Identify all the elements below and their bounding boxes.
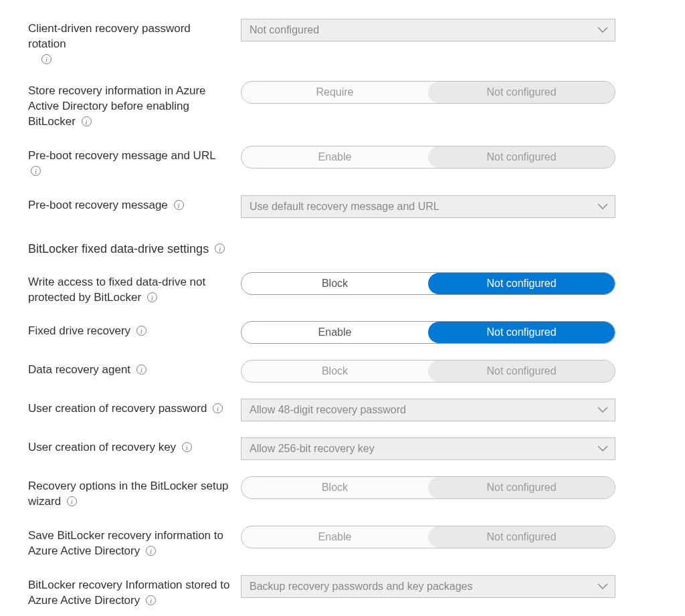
select-client-rotation[interactable]: Not configured — [241, 19, 615, 41]
label-recovery-options-wizard: Recovery options in the BitLocker setup … — [28, 476, 241, 510]
info-icon[interactable] — [31, 166, 41, 176]
label-text: Write access to fixed data-drive not pro… — [28, 276, 205, 304]
label-data-recovery-agent: Data recovery agent — [28, 360, 241, 378]
info-icon[interactable] — [182, 442, 192, 452]
label-text: User creation of recovery key — [28, 441, 176, 453]
select-preboot-msg[interactable]: Use default recovery message and URL — [241, 195, 615, 218]
toggle-option-not-configured[interactable]: Not configured — [428, 361, 615, 382]
section-header-text: BitLocker fixed data-drive settings — [28, 242, 209, 255]
label-user-recovery-key: User creation of recovery key — [28, 437, 241, 455]
chevron-down-icon — [597, 203, 608, 210]
select-value: Backup recovery passwords and key packag… — [250, 581, 473, 593]
label-preboot-msg: Pre-boot recovery message — [28, 195, 241, 213]
toggle-option-require[interactable]: Require — [241, 82, 428, 103]
info-icon[interactable] — [146, 546, 156, 556]
label-user-recovery-password: User creation of recovery password — [28, 399, 241, 417]
label-text: BitLocker recovery Information stored to… — [28, 579, 229, 607]
info-icon[interactable] — [136, 365, 146, 375]
label-text: Fixed drive recovery — [28, 324, 130, 337]
row-user-recovery-key: User creation of recovery key Allow 256-… — [28, 437, 657, 460]
label-text: User creation of recovery password — [28, 402, 207, 415]
select-value: Use default recovery message and URL — [250, 201, 439, 213]
label-text: Save BitLocker recovery information to A… — [28, 529, 223, 557]
label-store-aad-before-1: Store recovery information in Azure Acti… — [28, 81, 241, 130]
row-preboot-msg-url: Pre-boot recovery message and URL Enable… — [28, 146, 657, 179]
info-icon[interactable] — [147, 292, 157, 302]
row-fixed-recovery: Fixed drive recovery Enable Not configur… — [28, 321, 657, 344]
toggle-fixed-recovery[interactable]: Enable Not configured — [241, 321, 615, 344]
toggle-option-not-configured[interactable]: Not configured — [428, 526, 615, 548]
row-save-to-aad: Save BitLocker recovery information to A… — [28, 526, 657, 559]
select-info-stored-aad[interactable]: Backup recovery passwords and key packag… — [241, 575, 615, 598]
toggle-option-block[interactable]: Block — [241, 273, 428, 294]
label-text: Pre-boot recovery message — [28, 199, 168, 211]
toggle-option-not-configured[interactable]: Not configured — [428, 146, 615, 168]
label-text: Pre-boot recovery message and URL — [28, 149, 215, 162]
toggle-preboot-msg-url[interactable]: Enable Not configured — [241, 146, 615, 169]
row-client-rotation: Client-driven recovery password rotation… — [28, 19, 657, 65]
toggle-option-enable[interactable]: Enable — [241, 146, 428, 168]
chevron-down-icon — [597, 445, 608, 452]
info-icon[interactable] — [41, 54, 52, 64]
row-recovery-options-wizard: Recovery options in the BitLocker setup … — [28, 476, 657, 510]
select-value: Allow 256-bit recovery key — [250, 443, 375, 455]
select-value: Not configured — [250, 24, 319, 36]
toggle-option-enable[interactable]: Enable — [241, 322, 428, 343]
chevron-down-icon — [597, 407, 608, 413]
info-icon[interactable] — [146, 595, 156, 605]
row-store-aad-before-1: Store recovery information in Azure Acti… — [28, 81, 657, 130]
toggle-fixed-write-access[interactable]: Block Not configured — [241, 272, 615, 295]
select-value: Allow 48-digit recovery password — [250, 404, 406, 416]
select-user-recovery-password[interactable]: Allow 48-digit recovery password — [241, 399, 615, 421]
section-header-fixed-drive: BitLocker fixed data-drive settings — [28, 242, 657, 256]
toggle-recovery-options-wizard[interactable]: Block Not configured — [241, 476, 615, 499]
label-preboot-msg-url: Pre-boot recovery message and URL — [28, 146, 241, 179]
toggle-store-aad-before-1[interactable]: Require Not configured — [241, 81, 615, 104]
toggle-option-not-configured[interactable]: Not configured — [428, 477, 615, 498]
row-fixed-write-access: Write access to fixed data-drive not pro… — [28, 272, 657, 306]
toggle-option-not-configured[interactable]: Not configured — [428, 322, 615, 343]
toggle-option-not-configured[interactable]: Not configured — [428, 82, 615, 103]
info-icon[interactable] — [67, 496, 77, 506]
row-data-recovery-agent: Data recovery agent Block Not configured — [28, 360, 657, 383]
info-icon[interactable] — [82, 116, 92, 126]
row-info-stored-aad: BitLocker recovery Information stored to… — [28, 575, 657, 609]
chevron-down-icon — [597, 27, 608, 33]
label-fixed-recovery: Fixed drive recovery — [28, 321, 241, 339]
toggle-option-block[interactable]: Block — [241, 361, 428, 382]
info-icon[interactable] — [213, 403, 223, 413]
label-text: Data recovery agent — [28, 363, 130, 376]
chevron-down-icon — [597, 583, 608, 590]
info-icon[interactable] — [215, 243, 225, 253]
select-user-recovery-key[interactable]: Allow 256-bit recovery key — [241, 437, 615, 460]
label-fixed-write-access: Write access to fixed data-drive not pro… — [28, 272, 241, 306]
toggle-option-enable[interactable]: Enable — [241, 526, 428, 548]
row-preboot-msg: Pre-boot recovery message Use default re… — [28, 195, 657, 218]
info-icon[interactable] — [174, 200, 184, 210]
toggle-option-not-configured[interactable]: Not configured — [428, 273, 615, 294]
label-text: Recovery options in the BitLocker setup … — [28, 480, 229, 508]
label-save-to-aad: Save BitLocker recovery information to A… — [28, 526, 241, 559]
label-client-rotation: Client-driven recovery password rotation — [28, 19, 241, 65]
info-icon[interactable] — [136, 326, 146, 336]
toggle-option-block[interactable]: Block — [241, 477, 428, 498]
label-text: Store recovery information in Azure Acti… — [28, 84, 206, 128]
toggle-data-recovery-agent[interactable]: Block Not configured — [241, 360, 615, 383]
row-user-recovery-password: User creation of recovery password Allow… — [28, 399, 657, 421]
label-info-stored-aad: BitLocker recovery Information stored to… — [28, 575, 241, 609]
toggle-save-to-aad[interactable]: Enable Not configured — [241, 526, 615, 548]
label-text: Client-driven recovery password rotation — [28, 22, 191, 50]
